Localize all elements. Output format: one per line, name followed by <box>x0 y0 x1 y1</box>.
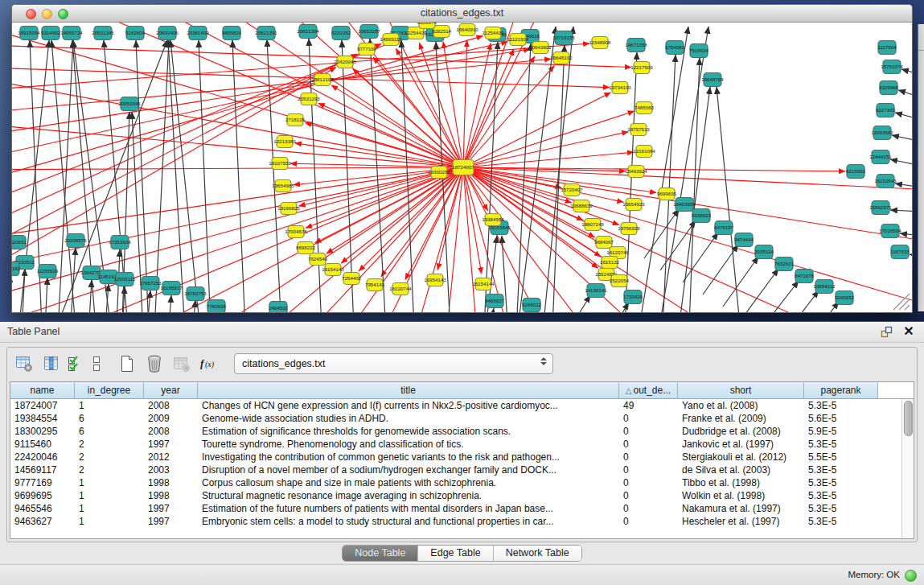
graph-node[interactable]: 19756928 <box>618 223 640 235</box>
graph-node[interactable]: 7254402 <box>342 273 362 285</box>
graph-node[interactable]: 16403954 <box>673 198 696 212</box>
table-cell[interactable]: 1 <box>75 515 144 528</box>
table-cell[interactable]: 2008 <box>144 399 198 412</box>
table-cell[interactable]: 9777169 <box>10 476 75 489</box>
graph-nodes[interactable]: 1691505493149521405572420531346918280420… <box>12 23 910 312</box>
graph-node[interactable]: 12444151 <box>869 150 892 164</box>
graph-node[interactable]: 7632621 <box>774 257 795 271</box>
tab-node-table[interactable]: Node Table <box>343 546 418 561</box>
graph-node[interactable]: 19654985 <box>272 180 294 192</box>
graph-node[interactable]: 11156829 <box>37 265 59 278</box>
table-settings-button[interactable] <box>12 352 36 376</box>
table-cell[interactable]: 2 <box>75 438 144 451</box>
graph-node[interactable]: 18812104 <box>311 74 334 86</box>
graph-node[interactable]: 7760934 <box>207 300 227 313</box>
graph-node[interactable]: 15751074 <box>881 60 903 74</box>
table-cell[interactable]: 5.5E-5 <box>804 451 878 463</box>
graph-node[interactable]: 9463627 <box>485 295 505 308</box>
table-cell[interactable]: 0 <box>619 425 678 438</box>
table-cell[interactable]: 6 <box>75 412 144 425</box>
table-cell[interactable]: 5.3E-5 <box>804 489 878 502</box>
graph-node[interactable]: 12093582 <box>871 126 893 140</box>
unselect-all-columns-button[interactable] <box>88 352 105 376</box>
table-cell[interactable]: Yano et al. (2008) <box>678 399 804 412</box>
graph-node[interactable]: 9684067 <box>594 237 614 249</box>
table-cell[interactable]: 0 <box>619 412 678 425</box>
graph-node[interactable]: 9474444 <box>734 233 754 247</box>
graph-node[interactable]: 9314952 <box>41 27 61 40</box>
tab-edge-table[interactable]: Edge Table <box>418 546 493 561</box>
graph-node[interactable]: 6479197 <box>714 221 734 235</box>
table-cell[interactable]: Wolkin et al. (1998) <box>678 489 804 502</box>
delete-table-button[interactable] <box>142 352 166 376</box>
graph-node[interactable]: 16646102 <box>550 52 573 64</box>
table-cell[interactable]: 18724007 <box>10 399 75 412</box>
table-cell[interactable]: 6 <box>75 425 144 438</box>
graph-node[interactable]: 20691406 <box>156 27 179 40</box>
table-cell[interactable]: Hescheler et al. (1997) <box>678 515 804 528</box>
table-cell[interactable]: 2003 <box>144 463 198 476</box>
citation-network-graph[interactable]: 1691505493149521405572420531346918280420… <box>12 23 912 312</box>
table-cell[interactable]: 9465546 <box>10 502 75 515</box>
table-row[interactable]: 977716911998Corpus callosum shape and si… <box>10 476 902 489</box>
table-row[interactable]: 1872400712008Changes of HCN gene express… <box>10 399 902 412</box>
table-cell[interactable]: 5.6E-5 <box>804 412 878 425</box>
graph-node[interactable]: 19734193 <box>609 82 631 94</box>
graph-node[interactable]: 7624540 <box>308 253 328 266</box>
graph-node[interactable]: 1167533 <box>890 245 910 259</box>
tab-network-table[interactable]: Network Table <box>494 546 581 561</box>
table-cell[interactable]: Disruption of a novel member of a sodium… <box>198 463 619 476</box>
table-cell[interactable]: 5.3E-5 <box>804 476 878 489</box>
table-cell[interactable]: 9463627 <box>10 515 75 528</box>
table-cell[interactable]: Estimation of significance thresholds fo… <box>198 425 619 438</box>
graph-node[interactable]: 20206576 <box>64 234 87 248</box>
graph-node[interactable]: 18807249 <box>581 219 604 231</box>
table-cell[interactable]: Tibbo et al. (1998) <box>678 476 804 489</box>
table-row[interactable]: 1830029562008Estimation of significance … <box>10 425 902 438</box>
table-select-dropdown[interactable]: citations_edges.txt <box>234 353 553 374</box>
table-cell[interactable]: Changes of HCN gene expression and I(f) … <box>198 399 619 412</box>
table-cell[interactable]: 0 <box>619 438 678 451</box>
column-header-out_de[interactable]: △out_de... <box>619 382 678 398</box>
graph-node[interactable]: 8698222 <box>296 242 316 254</box>
select-all-columns-button[interactable] <box>67 352 84 376</box>
table-cell[interactable]: Structural magnetic resonance image aver… <box>198 489 619 502</box>
table-cell[interactable]: Nakamura et al. (1997) <box>678 502 804 515</box>
graph-node[interactable]: 9245012 <box>522 299 542 312</box>
graph-node[interactable]: 9329966 <box>879 81 899 95</box>
table-row[interactable]: 969969511998Structural magnetic resonanc… <box>10 489 902 502</box>
table-cell[interactable]: de Silva et al. (2003) <box>678 463 804 476</box>
scrollbar-thumb[interactable] <box>904 401 913 436</box>
graph-node[interactable]: 9605824 <box>222 27 242 40</box>
graph-node[interactable]: 18757513 <box>627 124 650 136</box>
network-window-titlebar[interactable]: citations_edges.txt <box>12 5 912 23</box>
table-cell[interactable]: 5.3E-5 <box>804 502 878 515</box>
table-cell[interactable]: 0 <box>619 463 678 476</box>
table-cell[interactable]: 0 <box>619 489 678 502</box>
graph-node[interactable]: 9699695 <box>657 188 677 200</box>
graph-node[interactable]: 16154144 <box>472 278 495 290</box>
graph-node[interactable]: 12505115 <box>113 273 136 286</box>
graph-node[interactable]: 14136141 <box>585 284 607 298</box>
graph-node[interactable]: 8215953 <box>846 165 866 179</box>
graph-node[interactable]: 19384554 <box>482 214 504 226</box>
graph-node[interactable]: 16640910 <box>456 24 478 36</box>
float-panel-icon[interactable] <box>879 324 893 339</box>
close-panel-icon[interactable]: ✕ <box>901 324 916 339</box>
graph-node[interactable]: 9231052 <box>331 27 351 40</box>
graph-node[interactable]: 16648784 <box>701 73 724 87</box>
graph-node[interactable]: 2464502 <box>269 302 289 313</box>
table-cell[interactable]: Investigating the contribution of common… <box>198 451 619 463</box>
table-cell[interactable]: 1998 <box>144 476 198 489</box>
table-cell[interactable]: 1 <box>75 476 144 489</box>
table-cell[interactable]: 5.3E-5 <box>804 463 878 476</box>
graph-node[interactable]: 10643602 <box>529 42 552 54</box>
graph-node[interactable]: 17004678 <box>285 226 307 238</box>
graph-node[interactable]: 16195817 <box>160 282 183 295</box>
table-cell[interactable]: Corpus callosum shape and size in male p… <box>198 476 619 489</box>
graph-node[interactable]: 9245652 <box>835 291 855 305</box>
table-cell[interactable]: 2 <box>75 463 144 476</box>
table-cell[interactable]: 9115460 <box>10 438 75 451</box>
column-header-pagerank[interactable]: pagerank <box>804 382 878 398</box>
table-row[interactable]: 2242004622012Investigating the contribut… <box>10 451 902 463</box>
